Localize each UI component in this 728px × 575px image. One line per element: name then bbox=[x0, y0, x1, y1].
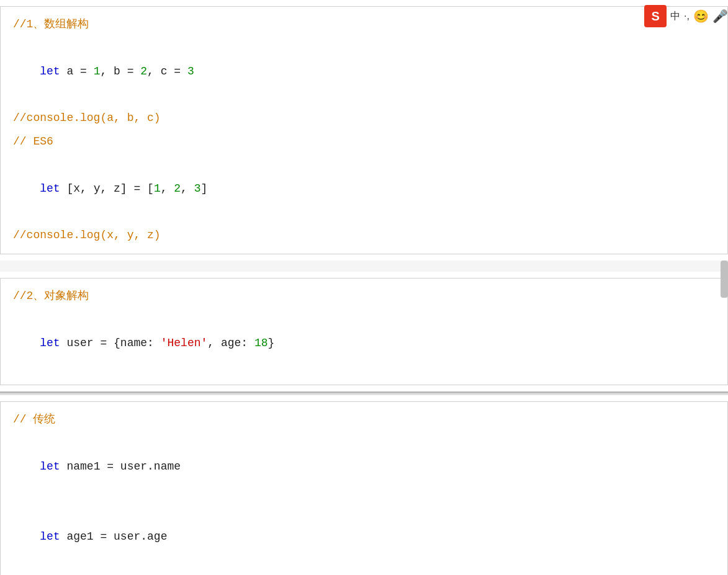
code-block-1: //1、数组解构 let a = 1, b = 2, c = 3 //conso… bbox=[0, 6, 728, 254]
code-line-age1: let age1 = user.age bbox=[13, 502, 715, 572]
keyword-let: let bbox=[40, 65, 66, 78]
comment-line-2: //console.log(a, b, c) bbox=[13, 107, 715, 130]
comment-line-3: //console.log(x, y, z) bbox=[13, 224, 715, 247]
top-toolbar: S 中 ·, 😊 🎤 bbox=[644, 5, 728, 27]
code-line-name1: let name1 = user.name bbox=[13, 432, 715, 502]
face-icon[interactable]: 😊 bbox=[693, 9, 709, 24]
comment-block2: //2、对象解构 bbox=[13, 285, 715, 308]
comment-es6-1: // ES6 bbox=[13, 130, 715, 154]
code-block-3: // 传统 let name1 = user.name let age1 = u… bbox=[0, 401, 728, 575]
code-line-2: let a = 1, b = 2, c = 3 bbox=[13, 37, 715, 107]
num-1: 1 bbox=[94, 65, 101, 78]
sogou-logo: S bbox=[644, 5, 667, 27]
keyword-let-2: let bbox=[40, 182, 66, 195]
gap-1 bbox=[0, 261, 728, 272]
code-line-user: let user = {name: 'Helen', age: 18} bbox=[13, 308, 715, 378]
comment-line-1: //1、数组解构 bbox=[13, 13, 715, 37]
toolbar-chinese: 中 bbox=[670, 10, 680, 23]
code-line-3: let [x, y, z] = [1, 2, 3] bbox=[13, 154, 715, 224]
code-line-console1: console.log(name1, age1) bbox=[13, 573, 715, 575]
num-2: 2 bbox=[140, 65, 147, 78]
mic-icon[interactable]: 🎤 bbox=[712, 9, 728, 24]
toolbar-dot: ·, bbox=[684, 11, 690, 22]
comment-traditional: // 传统 bbox=[13, 408, 715, 432]
divider-2 bbox=[0, 393, 728, 395]
var-a: a bbox=[66, 65, 80, 78]
scrollbar[interactable] bbox=[721, 261, 728, 298]
num-3: 3 bbox=[187, 65, 194, 78]
code-block-2: //2、对象解构 let user = {name: 'Helen', age:… bbox=[0, 278, 728, 385]
